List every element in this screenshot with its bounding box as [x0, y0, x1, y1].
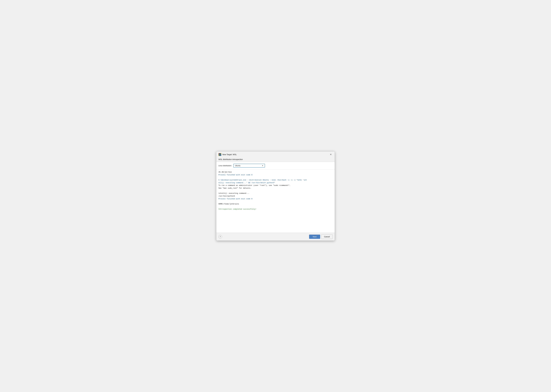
cancel-button[interactable]: Cancel	[321, 234, 332, 239]
help-icon: ?	[220, 236, 221, 238]
console-output: 45.40/jbr/binProcess finished with exit …	[216, 169, 335, 233]
footer-buttons: Next Cancel	[309, 234, 332, 239]
console-line: /usr/bin/python3	[219, 195, 332, 198]
console-line: To run a command as administrator (user …	[219, 184, 332, 187]
console-line: Introspection completed successfully!	[219, 208, 332, 211]
distro-label: Linux distribution:	[219, 165, 232, 167]
console-line	[219, 176, 332, 179]
console-line: Process finished with exit code 0	[219, 198, 332, 200]
distro-select[interactable]: Ubuntu ▼	[233, 164, 265, 168]
console-line	[219, 190, 332, 192]
dialog-window: PC New Target: WSL ✕ WSL distribution in…	[216, 151, 335, 241]
console-line: 45.40/jbr/bin	[219, 171, 332, 174]
app-icon: PC	[219, 153, 221, 156]
console-line: Process finished with exit code 0	[219, 174, 332, 176]
title-bar-left: PC New Target: WSL	[219, 153, 237, 156]
console-line: intellij: executing command...	[219, 192, 332, 195]
console-line: HOME=/home/jetbrains	[219, 203, 332, 205]
subtitle-text: WSL distribution introspection	[219, 158, 243, 161]
distro-row: Linux distribution: Ubuntu ▼	[216, 162, 335, 169]
window-title: New Target: WSL	[222, 154, 237, 155]
close-button[interactable]: ✕	[329, 153, 332, 156]
dialog-content: Linux distribution: Ubuntu ▼ 45.40/jbr/b…	[216, 162, 335, 233]
next-button[interactable]: Next	[309, 235, 320, 239]
subtitle-bar: WSL distribution introspection	[216, 157, 335, 162]
svg-text:PC: PC	[219, 154, 221, 155]
footer: ? Next Cancel	[216, 233, 335, 240]
console-line: See "man sudo_root" for details.	[219, 187, 332, 190]
console-line: ellij: executing command...' && /usr/bin…	[219, 182, 332, 184]
title-bar: PC New Target: WSL ✕	[216, 152, 335, 157]
console-line	[219, 200, 332, 203]
console-wrapper: 45.40/jbr/binProcess finished with exit …	[216, 169, 335, 233]
console-line: C:\Windows\system32\wsl.exe --distributi…	[219, 179, 332, 182]
console-line	[219, 205, 332, 208]
chevron-down-icon: ▼	[262, 165, 263, 167]
distro-select-value: Ubuntu	[235, 165, 261, 167]
help-button[interactable]: ?	[219, 235, 222, 238]
